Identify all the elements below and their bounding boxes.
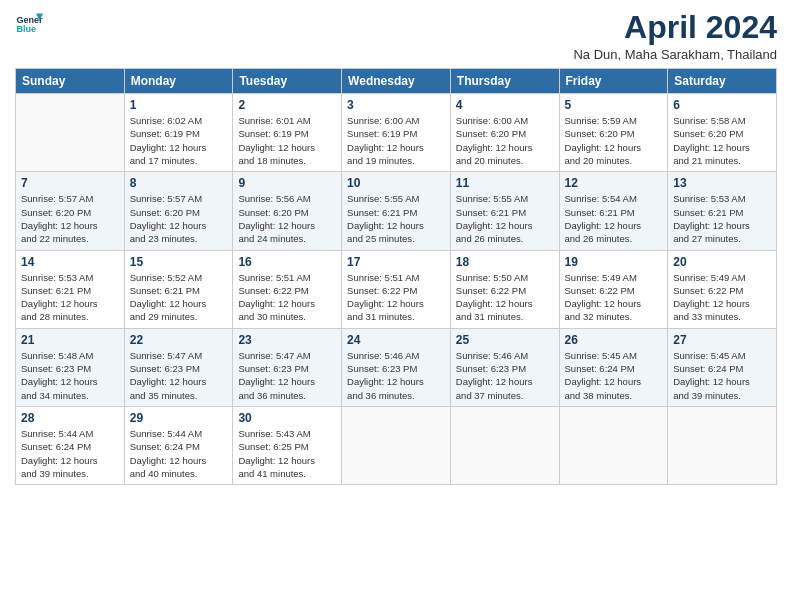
calendar-week-row: 14Sunrise: 5:53 AM Sunset: 6:21 PM Dayli… [16,250,777,328]
logo-icon: General Blue [15,10,43,38]
calendar-table: Sunday Monday Tuesday Wednesday Thursday… [15,68,777,485]
calendar-day-cell: 9Sunrise: 5:56 AM Sunset: 6:20 PM Daylig… [233,172,342,250]
calendar-day-cell: 27Sunrise: 5:45 AM Sunset: 6:24 PM Dayli… [668,328,777,406]
calendar-day-cell: 3Sunrise: 6:00 AM Sunset: 6:19 PM Daylig… [342,94,451,172]
day-number: 5 [565,98,663,112]
header: General Blue April 2024 Na Dun, Maha Sar… [15,10,777,62]
day-number: 20 [673,255,771,269]
calendar-day-cell: 28Sunrise: 5:44 AM Sunset: 6:24 PM Dayli… [16,406,125,484]
header-row: Sunday Monday Tuesday Wednesday Thursday… [16,69,777,94]
day-number: 29 [130,411,228,425]
calendar-day-cell: 24Sunrise: 5:46 AM Sunset: 6:23 PM Dayli… [342,328,451,406]
day-info: Sunrise: 5:44 AM Sunset: 6:24 PM Dayligh… [130,427,228,480]
title-block: April 2024 Na Dun, Maha Sarakham, Thaila… [573,10,777,62]
calendar-week-row: 7Sunrise: 5:57 AM Sunset: 6:20 PM Daylig… [16,172,777,250]
calendar-day-cell [16,94,125,172]
calendar-week-row: 1Sunrise: 6:02 AM Sunset: 6:19 PM Daylig… [16,94,777,172]
calendar-day-cell: 20Sunrise: 5:49 AM Sunset: 6:22 PM Dayli… [668,250,777,328]
svg-text:Blue: Blue [16,24,36,34]
day-info: Sunrise: 5:49 AM Sunset: 6:22 PM Dayligh… [565,271,663,324]
col-saturday: Saturday [668,69,777,94]
day-number: 4 [456,98,554,112]
calendar-day-cell: 5Sunrise: 5:59 AM Sunset: 6:20 PM Daylig… [559,94,668,172]
day-number: 23 [238,333,336,347]
day-info: Sunrise: 5:52 AM Sunset: 6:21 PM Dayligh… [130,271,228,324]
calendar-day-cell: 19Sunrise: 5:49 AM Sunset: 6:22 PM Dayli… [559,250,668,328]
day-number: 11 [456,176,554,190]
day-info: Sunrise: 5:46 AM Sunset: 6:23 PM Dayligh… [456,349,554,402]
day-number: 8 [130,176,228,190]
calendar-day-cell: 6Sunrise: 5:58 AM Sunset: 6:20 PM Daylig… [668,94,777,172]
calendar-day-cell: 22Sunrise: 5:47 AM Sunset: 6:23 PM Dayli… [124,328,233,406]
day-number: 30 [238,411,336,425]
day-number: 10 [347,176,445,190]
day-info: Sunrise: 5:46 AM Sunset: 6:23 PM Dayligh… [347,349,445,402]
day-number: 21 [21,333,119,347]
day-number: 24 [347,333,445,347]
day-info: Sunrise: 5:59 AM Sunset: 6:20 PM Dayligh… [565,114,663,167]
calendar-day-cell: 25Sunrise: 5:46 AM Sunset: 6:23 PM Dayli… [450,328,559,406]
day-info: Sunrise: 5:45 AM Sunset: 6:24 PM Dayligh… [565,349,663,402]
day-number: 28 [21,411,119,425]
day-number: 26 [565,333,663,347]
calendar-day-cell: 11Sunrise: 5:55 AM Sunset: 6:21 PM Dayli… [450,172,559,250]
calendar-day-cell: 16Sunrise: 5:51 AM Sunset: 6:22 PM Dayli… [233,250,342,328]
day-info: Sunrise: 5:53 AM Sunset: 6:21 PM Dayligh… [21,271,119,324]
calendar-week-row: 28Sunrise: 5:44 AM Sunset: 6:24 PM Dayli… [16,406,777,484]
day-info: Sunrise: 5:55 AM Sunset: 6:21 PM Dayligh… [347,192,445,245]
col-friday: Friday [559,69,668,94]
day-info: Sunrise: 5:44 AM Sunset: 6:24 PM Dayligh… [21,427,119,480]
page-container: General Blue April 2024 Na Dun, Maha Sar… [0,0,792,490]
calendar-day-cell: 10Sunrise: 5:55 AM Sunset: 6:21 PM Dayli… [342,172,451,250]
calendar-day-cell: 29Sunrise: 5:44 AM Sunset: 6:24 PM Dayli… [124,406,233,484]
day-number: 16 [238,255,336,269]
calendar-day-cell: 15Sunrise: 5:52 AM Sunset: 6:21 PM Dayli… [124,250,233,328]
day-info: Sunrise: 5:53 AM Sunset: 6:21 PM Dayligh… [673,192,771,245]
day-info: Sunrise: 5:49 AM Sunset: 6:22 PM Dayligh… [673,271,771,324]
day-info: Sunrise: 5:57 AM Sunset: 6:20 PM Dayligh… [130,192,228,245]
day-info: Sunrise: 5:45 AM Sunset: 6:24 PM Dayligh… [673,349,771,402]
day-info: Sunrise: 5:58 AM Sunset: 6:20 PM Dayligh… [673,114,771,167]
calendar-day-cell [450,406,559,484]
calendar-day-cell: 30Sunrise: 5:43 AM Sunset: 6:25 PM Dayli… [233,406,342,484]
day-number: 27 [673,333,771,347]
day-number: 19 [565,255,663,269]
day-number: 17 [347,255,445,269]
logo: General Blue [15,10,43,38]
col-thursday: Thursday [450,69,559,94]
day-number: 18 [456,255,554,269]
calendar-day-cell: 4Sunrise: 6:00 AM Sunset: 6:20 PM Daylig… [450,94,559,172]
calendar-day-cell [342,406,451,484]
calendar-day-cell: 18Sunrise: 5:50 AM Sunset: 6:22 PM Dayli… [450,250,559,328]
col-wednesday: Wednesday [342,69,451,94]
day-info: Sunrise: 6:02 AM Sunset: 6:19 PM Dayligh… [130,114,228,167]
day-number: 7 [21,176,119,190]
day-info: Sunrise: 5:56 AM Sunset: 6:20 PM Dayligh… [238,192,336,245]
day-number: 25 [456,333,554,347]
day-info: Sunrise: 5:51 AM Sunset: 6:22 PM Dayligh… [238,271,336,324]
day-number: 3 [347,98,445,112]
calendar-week-row: 21Sunrise: 5:48 AM Sunset: 6:23 PM Dayli… [16,328,777,406]
calendar-day-cell: 1Sunrise: 6:02 AM Sunset: 6:19 PM Daylig… [124,94,233,172]
calendar-day-cell: 23Sunrise: 5:47 AM Sunset: 6:23 PM Dayli… [233,328,342,406]
day-number: 15 [130,255,228,269]
calendar-day-cell: 8Sunrise: 5:57 AM Sunset: 6:20 PM Daylig… [124,172,233,250]
calendar-day-cell [668,406,777,484]
day-info: Sunrise: 5:47 AM Sunset: 6:23 PM Dayligh… [130,349,228,402]
calendar-day-cell: 7Sunrise: 5:57 AM Sunset: 6:20 PM Daylig… [16,172,125,250]
day-info: Sunrise: 5:50 AM Sunset: 6:22 PM Dayligh… [456,271,554,324]
day-number: 9 [238,176,336,190]
day-info: Sunrise: 6:01 AM Sunset: 6:19 PM Dayligh… [238,114,336,167]
day-info: Sunrise: 5:57 AM Sunset: 6:20 PM Dayligh… [21,192,119,245]
col-sunday: Sunday [16,69,125,94]
day-info: Sunrise: 5:47 AM Sunset: 6:23 PM Dayligh… [238,349,336,402]
calendar-day-cell: 13Sunrise: 5:53 AM Sunset: 6:21 PM Dayli… [668,172,777,250]
col-tuesday: Tuesday [233,69,342,94]
calendar-day-cell: 2Sunrise: 6:01 AM Sunset: 6:19 PM Daylig… [233,94,342,172]
calendar-day-cell [559,406,668,484]
day-info: Sunrise: 5:43 AM Sunset: 6:25 PM Dayligh… [238,427,336,480]
day-number: 13 [673,176,771,190]
location: Na Dun, Maha Sarakham, Thailand [573,47,777,62]
calendar-day-cell: 14Sunrise: 5:53 AM Sunset: 6:21 PM Dayli… [16,250,125,328]
day-number: 6 [673,98,771,112]
